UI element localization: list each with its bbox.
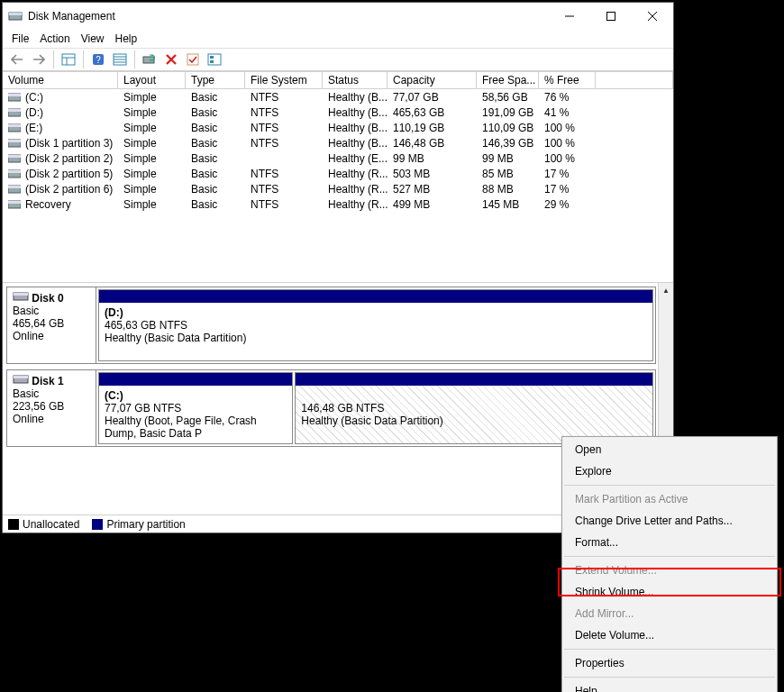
volume-row[interactable]: (Disk 2 partition 5)SimpleBasicNTFSHealt… bbox=[3, 166, 673, 181]
partition-status: Healthy (Basic Data Partition) bbox=[301, 414, 442, 427]
cell-capacity: 465,63 GB bbox=[387, 105, 477, 120]
disk1-row: Disk 1 Basic 223,56 GB Online (C:) 77,07… bbox=[6, 369, 656, 447]
cell-free: 145 MB bbox=[477, 196, 539, 212]
panel-icon[interactable] bbox=[58, 50, 79, 69]
col-filesystem[interactable]: File System bbox=[245, 72, 323, 88]
legend-primary: Primary partition bbox=[92, 518, 185, 531]
ctx-open[interactable]: Open bbox=[562, 439, 777, 460]
partition-label: (C:) bbox=[105, 389, 123, 402]
column-headers: Volume Layout Type File System Status Ca… bbox=[3, 71, 673, 89]
col-type[interactable]: Type bbox=[186, 72, 245, 88]
cell-type: Basic bbox=[186, 196, 245, 212]
menu-view[interactable]: View bbox=[76, 31, 110, 47]
disk1-status: Online bbox=[13, 413, 44, 425]
delete-icon[interactable] bbox=[160, 50, 182, 69]
cell-type: Basic bbox=[186, 166, 245, 181]
volume-icon bbox=[8, 108, 21, 117]
svg-rect-39 bbox=[14, 293, 28, 296]
disk1-partition-c[interactable]: (C:) 77,07 GB NTFS Healthy (Boot, Page F… bbox=[98, 372, 293, 444]
col-status[interactable]: Status bbox=[323, 72, 387, 88]
partition-size: 77,07 GB NTFS bbox=[105, 402, 181, 414]
minimize-button[interactable] bbox=[549, 3, 590, 30]
cell-fs: NTFS bbox=[245, 105, 323, 120]
context-menu: Open Explore Mark Partition as Active Ch… bbox=[561, 436, 778, 692]
cell-free: 146,39 GB bbox=[477, 135, 539, 150]
volume-row[interactable]: (Disk 2 partition 2)SimpleBasicHealthy (… bbox=[3, 150, 673, 166]
cell-capacity: 527 MB bbox=[387, 181, 477, 196]
disk1-info[interactable]: Disk 1 Basic 223,56 GB Online bbox=[7, 370, 96, 446]
list-icon[interactable] bbox=[204, 50, 225, 69]
disk-icon bbox=[13, 291, 29, 302]
volume-icon bbox=[8, 169, 21, 178]
col-capacity[interactable]: Capacity bbox=[387, 72, 477, 88]
col-free[interactable]: Free Spa... bbox=[477, 72, 539, 88]
settings-icon[interactable] bbox=[109, 50, 131, 69]
volume-list: (C:)SimpleBasicNTFSHealthy (B...77,07 GB… bbox=[3, 89, 673, 212]
close-button[interactable] bbox=[632, 3, 673, 30]
cell-status: Healthy (B... bbox=[323, 135, 387, 150]
cell-layout: Simple bbox=[118, 89, 186, 105]
svg-rect-31 bbox=[8, 155, 21, 158]
volume-row[interactable]: (E:)SimpleBasicNTFSHealthy (B...110,19 G… bbox=[3, 120, 673, 135]
ctx-shrink[interactable]: Shrink Volume... bbox=[562, 581, 777, 603]
cell-pct: 17 % bbox=[539, 166, 596, 181]
col-empty bbox=[596, 72, 673, 88]
back-button[interactable] bbox=[6, 50, 28, 69]
disk0-name: Disk 0 bbox=[32, 292, 63, 305]
disk0-size: 465,64 GB bbox=[13, 317, 64, 330]
volume-name: (D:) bbox=[25, 106, 43, 119]
menu-file[interactable]: File bbox=[6, 31, 34, 47]
col-volume[interactable]: Volume bbox=[3, 72, 118, 88]
cell-status: Healthy (E... bbox=[323, 150, 387, 166]
menu-help[interactable]: Help bbox=[110, 31, 143, 47]
cell-status: Healthy (B... bbox=[323, 120, 387, 135]
maximize-button[interactable] bbox=[590, 3, 632, 30]
disk0-info[interactable]: Disk 0 Basic 465,64 GB Online bbox=[7, 287, 96, 363]
ctx-separator bbox=[564, 677, 775, 678]
volume-name: Recovery bbox=[25, 198, 71, 211]
volume-row[interactable]: (Disk 1 partition 3)SimpleBasicNTFSHealt… bbox=[3, 135, 673, 150]
cell-fs bbox=[245, 150, 323, 166]
scroll-up-icon[interactable]: ▲ bbox=[659, 283, 673, 298]
col-layout[interactable]: Layout bbox=[118, 72, 186, 88]
volume-name: (Disk 2 partition 5) bbox=[25, 168, 113, 180]
volume-row[interactable]: (Disk 2 partition 6)SimpleBasicNTFSHealt… bbox=[3, 181, 673, 196]
cell-fs: NTFS bbox=[245, 120, 323, 135]
partition-status: Healthy (Boot, Page File, Crash Dump, Ba… bbox=[105, 414, 257, 440]
disk1-name: Disk 1 bbox=[32, 375, 63, 387]
volume-row[interactable]: (C:)SimpleBasicNTFSHealthy (B...77,07 GB… bbox=[3, 89, 673, 105]
ctx-explore[interactable]: Explore bbox=[562, 460, 777, 482]
disk1-partition-3-selected[interactable]: 146,48 GB NTFS Healthy (Basic Data Parti… bbox=[295, 372, 653, 444]
app-icon bbox=[8, 9, 23, 23]
volume-icon bbox=[8, 123, 21, 132]
cell-layout: Simple bbox=[118, 181, 186, 196]
menu-action[interactable]: Action bbox=[34, 31, 75, 47]
refresh-icon[interactable] bbox=[139, 50, 160, 69]
cell-free: 85 MB bbox=[477, 166, 539, 181]
cell-free: 110,09 GB bbox=[477, 120, 539, 135]
swatch-navy bbox=[92, 519, 103, 530]
ctx-change-letter[interactable]: Change Drive Letter and Paths... bbox=[562, 510, 777, 532]
partition-label: (D:) bbox=[105, 306, 123, 319]
cell-fs: NTFS bbox=[245, 135, 323, 150]
cell-capacity: 503 MB bbox=[387, 166, 477, 181]
check-icon[interactable] bbox=[182, 50, 204, 69]
volume-row[interactable]: RecoverySimpleBasicNTFSHealthy (R...499 … bbox=[3, 196, 673, 212]
col-pctfree[interactable]: % Free bbox=[539, 72, 596, 88]
ctx-properties[interactable]: Properties bbox=[562, 652, 777, 674]
cell-type: Basic bbox=[186, 105, 245, 120]
titlebar[interactable]: Disk Management bbox=[3, 3, 673, 30]
cell-pct: 100 % bbox=[539, 135, 596, 150]
cell-capacity: 77,07 GB bbox=[387, 89, 477, 105]
cell-free: 88 MB bbox=[477, 181, 539, 196]
disk0-partition-d[interactable]: (D:) 465,63 GB NTFS Healthy (Basic Data … bbox=[98, 289, 653, 361]
ctx-separator bbox=[564, 556, 775, 557]
ctx-format[interactable]: Format... bbox=[562, 532, 777, 553]
ctx-delete[interactable]: Delete Volume... bbox=[562, 624, 777, 646]
help-icon[interactable]: ? bbox=[87, 50, 109, 69]
svg-rect-33 bbox=[8, 170, 21, 173]
svg-rect-1 bbox=[9, 13, 22, 15]
ctx-help[interactable]: Help bbox=[562, 680, 777, 692]
forward-button[interactable] bbox=[28, 50, 50, 69]
volume-row[interactable]: (D:)SimpleBasicNTFSHealthy (B...465,63 G… bbox=[3, 105, 673, 120]
